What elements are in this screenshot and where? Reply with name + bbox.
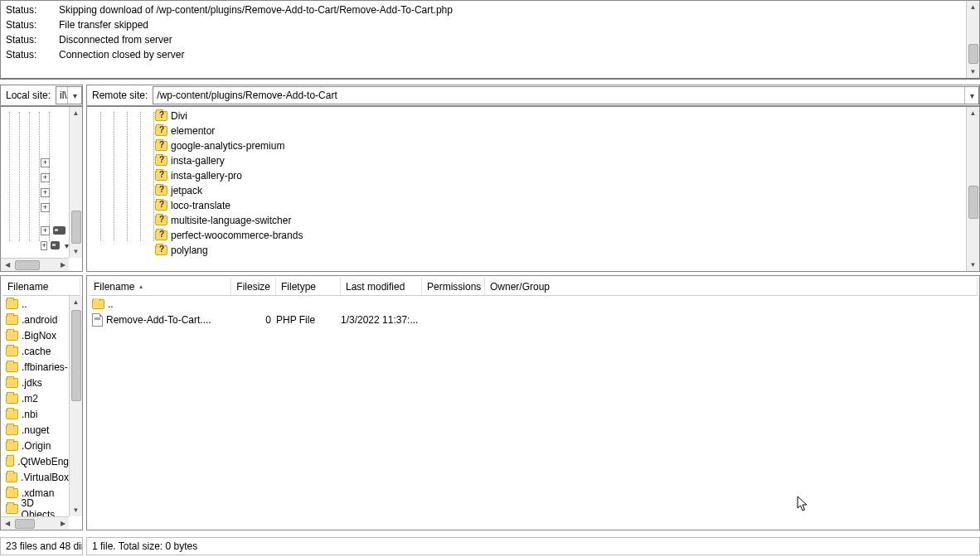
list-item[interactable]: .BigNox — [2, 327, 69, 343]
tree-node[interactable]: jetpack — [89, 183, 966, 198]
list-item[interactable]: .m2 — [2, 390, 69, 406]
scroll-thumb[interactable] — [71, 211, 81, 244]
list-item[interactable]: .Origin — [2, 438, 69, 453]
remote-status-bar: 1 file. Total size: 0 bytes — [86, 537, 980, 555]
list-item[interactable]: .. — [89, 296, 966, 312]
scroll-thumb[interactable] — [968, 44, 978, 64]
list-item[interactable]: .nbi — [2, 406, 69, 422]
scroll-right-icon[interactable]: ▶ — [56, 517, 69, 530]
tree-node[interactable]: insta-gallery-pro — [89, 168, 966, 183]
col-permissions[interactable]: Permissions — [422, 278, 485, 295]
list-item[interactable]: .jdks — [2, 375, 69, 390]
tree-node[interactable]: + — [2, 200, 69, 215]
expand-icon[interactable]: + — [41, 188, 50, 197]
tree-node[interactable]: + — [2, 185, 69, 200]
list-item[interactable]: Remove-Add-To-Cart....0PHP File1/3/2022 … — [89, 312, 966, 327]
list-item[interactable]: .cache — [2, 343, 69, 359]
tree-node[interactable]: Divi — [89, 109, 966, 124]
cell-modified: 1/3/2022 11:37:... — [341, 314, 422, 326]
remote-list-pane: Filename ▴ Filesize Filetype Last modifi… — [86, 275, 980, 530]
expand-icon[interactable]: + — [41, 203, 50, 212]
expand-icon[interactable]: + — [41, 241, 47, 250]
folder-icon — [6, 394, 18, 404]
tree-node-label: insta-gallery-pro — [171, 170, 242, 182]
expand-icon[interactable]: + — [41, 226, 50, 235]
file-name: .android — [22, 314, 57, 326]
tree-node-label: elementor — [171, 125, 215, 137]
drive-icon — [53, 226, 65, 235]
expand-icon[interactable]: + — [41, 173, 50, 182]
tree-node[interactable]: elementor — [89, 124, 966, 138]
remote-path-input[interactable]: /wp-content/plugins/Remove-Add-to-Cart ▾ — [153, 86, 979, 104]
remote-tree-body[interactable]: Divielementorgoogle-analytics-premiumins… — [89, 109, 966, 258]
scroll-up-icon[interactable]: ▲ — [70, 296, 82, 308]
tree-node[interactable]: polylang — [89, 243, 966, 258]
remote-list-header[interactable]: Filename ▴ Filesize Filetype Last modifi… — [89, 278, 978, 296]
scroll-thumb[interactable] — [71, 310, 81, 401]
list-item[interactable]: .ffbinaries- — [2, 359, 69, 375]
php-file-icon — [92, 313, 103, 327]
expand-icon[interactable]: + — [41, 158, 50, 167]
folder-icon — [6, 378, 18, 388]
scroll-up-icon[interactable]: ▲ — [70, 107, 82, 119]
log-message: Connection closed by server — [59, 49, 963, 61]
col-filename[interactable]: Filename — [2, 278, 80, 295]
col-label: Filename — [7, 281, 48, 293]
scroll-down-icon[interactable]: ▼ — [70, 504, 82, 516]
folder-unknown-icon — [155, 201, 167, 211]
list-item[interactable]: .android — [2, 312, 69, 327]
scroll-left-icon[interactable]: ◀ — [1, 259, 13, 271]
col-filetype[interactable]: Filetype — [276, 278, 341, 295]
folder-unknown-icon — [155, 156, 167, 166]
col-modified[interactable]: Last modified — [341, 278, 422, 295]
local-tree-vscroll[interactable]: ▲ ▼ — [69, 107, 82, 258]
local-path-dropdown[interactable]: ▾ — [67, 87, 81, 104]
scroll-thumb[interactable] — [15, 260, 40, 270]
scroll-down-icon[interactable]: ▼ — [967, 259, 979, 271]
scroll-up-icon[interactable]: ▲ — [967, 107, 979, 119]
local-list-body[interactable]: ...android.BigNox.cache.ffbinaries-.jdks… — [2, 296, 69, 516]
scroll-thumb[interactable] — [15, 519, 35, 529]
col-label: Filename — [94, 281, 134, 293]
file-name: .cache — [22, 346, 51, 357]
tree-node[interactable]: multisite-language-switcher — [89, 213, 966, 228]
tree-node[interactable]: insta-gallery — [89, 153, 966, 168]
list-item[interactable]: .QtWebEng — [2, 453, 69, 469]
list-item[interactable]: 3D Objects — [2, 501, 69, 516]
col-filesize[interactable]: Filesize — [231, 278, 276, 295]
list-item[interactable]: .nuget — [2, 422, 69, 438]
local-status-text: 23 files and 48 dire — [6, 540, 83, 552]
local-list-header[interactable]: Filename — [2, 278, 80, 296]
tree-node-label: Divi — [171, 110, 187, 122]
scroll-down-icon[interactable]: ▼ — [70, 245, 82, 258]
scroll-right-icon[interactable]: ▶ — [56, 259, 69, 271]
scroll-up-icon[interactable]: ▲ — [967, 1, 979, 13]
local-list-vscroll[interactable]: ▲ ▼ — [69, 296, 82, 516]
tree-node[interactable]: + — [2, 155, 69, 170]
list-item[interactable]: .VirtualBox — [2, 469, 69, 485]
local-tree-body[interactable]: + + + + + +▾ — [2, 109, 69, 258]
scroll-left-icon[interactable]: ◀ — [1, 517, 13, 530]
col-filename[interactable]: Filename ▴ — [89, 278, 231, 295]
tree-node[interactable]: loco-translate — [89, 198, 966, 213]
local-list-hscroll[interactable]: ◀ ▶ — [1, 516, 69, 530]
scroll-down-icon[interactable]: ▼ — [967, 65, 979, 78]
tree-node[interactable]: perfect-woocommerce-brands — [89, 228, 966, 243]
remote-list-body[interactable]: ..Remove-Add-To-Cart....0PHP File1/3/202… — [89, 296, 966, 516]
folder-icon — [6, 472, 17, 482]
remote-tree-vscroll[interactable]: ▲ ▼ — [966, 107, 979, 271]
local-tree-pane: + + + + + +▾ ▲ ▼ ◀ ▶ — [0, 106, 83, 272]
col-owner[interactable]: Owner/Group — [485, 278, 978, 295]
tree-node[interactable]: google-analytics-premium — [89, 138, 966, 153]
tree-node[interactable]: +▾ — [2, 238, 69, 253]
chevron-down-icon: ▾ — [970, 91, 974, 100]
remote-path-dropdown[interactable]: ▾ — [964, 87, 978, 104]
local-tree-hscroll[interactable]: ◀ ▶ — [1, 258, 69, 271]
log-scrollbar[interactable]: ▲ ▼ — [966, 1, 979, 78]
remote-site-label: Remote site: — [87, 90, 153, 101]
list-item[interactable]: .. — [2, 296, 69, 312]
local-path-input[interactable]: il\ ▾ — [56, 86, 82, 104]
tree-node[interactable]: + — [2, 170, 69, 185]
scroll-thumb[interactable] — [968, 186, 978, 219]
tree-node[interactable]: + — [2, 223, 69, 238]
